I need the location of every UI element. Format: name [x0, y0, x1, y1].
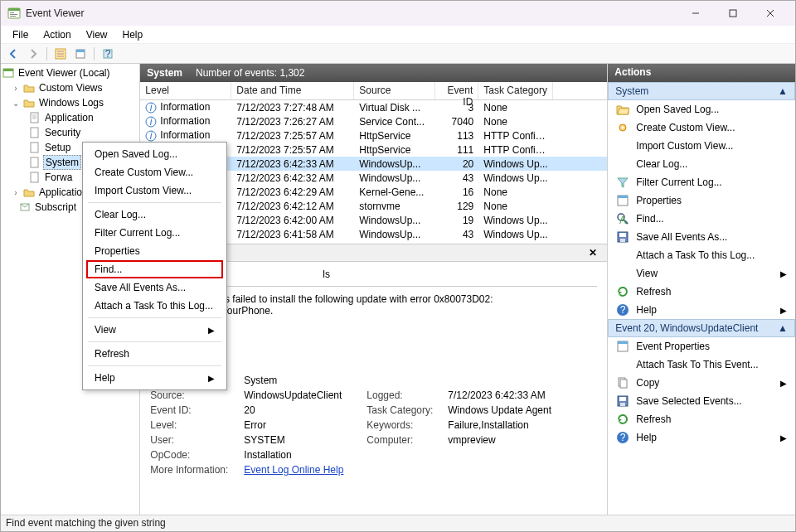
table-row[interactable]: iInformation7/12/2023 7:26:27 AMService …: [140, 114, 607, 128]
tree-windows-logs[interactable]: ⌄ Windows Logs: [1, 95, 139, 110]
folder-icon: [23, 82, 35, 94]
svg-rect-3: [10, 14, 17, 15]
menu-help[interactable]: Help: [116, 27, 150, 42]
close-button[interactable]: [751, 1, 789, 26]
events-header-bar: System Number of events: 1,302: [140, 64, 607, 82]
titlebar: Event Viewer: [1, 1, 795, 26]
menu-separator: [88, 317, 221, 318]
action-refresh[interactable]: Refresh: [608, 283, 795, 301]
action-event-properties[interactable]: Event Properties: [608, 337, 795, 355]
submenu-arrow-icon: ▶: [780, 306, 787, 315]
back-button[interactable]: [4, 46, 22, 62]
expand-icon[interactable]: ›: [11, 188, 21, 197]
context-item-open-saved-log[interactable]: Open Saved Log...: [83, 145, 226, 163]
action-clear-log[interactable]: Clear Log...: [608, 155, 795, 173]
action-refresh[interactable]: Refresh: [608, 410, 795, 428]
svg-rect-47: [620, 380, 627, 388]
action-create-custom-view[interactable]: Create Custom View...: [608, 118, 795, 137]
info-icon: i: [145, 116, 157, 128]
action-attach-a-task-to-this-log[interactable]: Attach a Task To this Log...: [608, 246, 795, 264]
submenu-arrow-icon: ▶: [780, 269, 787, 278]
context-item-save-all-events-as[interactable]: Save All Events As...: [83, 278, 226, 297]
svg-rect-45: [618, 341, 628, 344]
folder-icon: [23, 186, 35, 198]
action-open-saved-log[interactable]: Open Saved Log...: [608, 100, 795, 118]
svg-text:i: i: [150, 102, 153, 114]
event-viewer-icon: [2, 67, 14, 79]
col-taskcat[interactable]: Task Category: [478, 82, 553, 99]
help-icon: ?: [616, 431, 629, 444]
statusbar: Find event matching the given string: [1, 515, 795, 531]
toolbar-separator: [94, 47, 95, 60]
action-copy[interactable]: Copy▶: [608, 374, 795, 392]
event-count: Number of events: 1,302: [196, 67, 304, 79]
maximize-button[interactable]: [714, 1, 751, 26]
context-item-view[interactable]: View▶: [83, 321, 226, 339]
context-item-create-custom-view[interactable]: Create Custom View...: [83, 163, 226, 181]
collapse-icon[interactable]: ⌄: [11, 99, 21, 108]
menu-separator: [88, 365, 221, 366]
col-eventid[interactable]: Event ID: [435, 82, 478, 99]
action-filter-current-log[interactable]: Filter Current Log...: [608, 173, 795, 191]
context-item-properties[interactable]: Properties: [83, 242, 226, 260]
collapse-icon: ▲: [778, 85, 788, 97]
expand-icon[interactable]: ›: [11, 84, 21, 93]
show-tree-button[interactable]: [51, 46, 70, 62]
menu-view[interactable]: View: [80, 27, 114, 42]
col-date[interactable]: Date and Time: [231, 82, 354, 99]
event-log-help-link[interactable]: Event Log Online Help: [244, 464, 360, 476]
action-help[interactable]: ?Help▶: [608, 428, 795, 447]
context-item-refresh[interactable]: Refresh: [83, 345, 226, 363]
action-find[interactable]: AFind...: [608, 210, 795, 228]
forward-button[interactable]: [24, 46, 42, 62]
action-attach-task-to-this-event[interactable]: Attach Task To This Event...: [608, 355, 795, 374]
log-icon: [29, 112, 41, 123]
window-title: Event Viewer: [26, 7, 677, 19]
svg-rect-18: [31, 143, 38, 152]
svg-rect-2: [10, 12, 14, 13]
submenu-arrow-icon: ▶: [780, 379, 787, 388]
context-item-filter-current-log[interactable]: Filter Current Log...: [83, 224, 226, 242]
context-item-clear-log[interactable]: Clear Log...: [83, 206, 226, 224]
action-help[interactable]: ?Help▶: [608, 301, 795, 319]
svg-rect-50: [620, 403, 625, 406]
table-row[interactable]: iInformation7/12/2023 7:27:48 AMVirtual …: [140, 100, 607, 114]
tree-custom-views[interactable]: › Custom Views: [1, 80, 139, 95]
help-icon: ?: [616, 303, 629, 317]
info-icon: i: [145, 102, 157, 114]
filter-icon: [616, 176, 629, 189]
svg-text:?: ?: [620, 304, 626, 316]
submenu-arrow-icon: ▶: [208, 326, 215, 335]
action-import-custom-view[interactable]: Import Custom View...: [608, 137, 795, 155]
close-preview-button[interactable]: ✕: [585, 247, 600, 259]
props-icon: [616, 340, 629, 353]
action-properties[interactable]: Properties: [608, 191, 795, 210]
tree-log-application[interactable]: Application: [1, 110, 139, 125]
context-item-attach-a-task-to-this-log[interactable]: Attach a Task To this Log...: [83, 297, 226, 315]
menu-action[interactable]: Action: [36, 27, 77, 42]
context-item-help[interactable]: Help▶: [83, 369, 226, 387]
submenu-arrow-icon: ▶: [780, 433, 787, 443]
context-item-find[interactable]: Find...: [83, 260, 226, 278]
action-save-selected-events[interactable]: Save Selected Events...: [608, 392, 795, 410]
tree-log-security[interactable]: Security: [1, 125, 139, 140]
svg-rect-49: [619, 397, 626, 401]
col-source[interactable]: Source: [354, 82, 435, 99]
tree-root[interactable]: Event Viewer (Local): [1, 65, 139, 80]
submenu-arrow-icon: ▶: [208, 374, 215, 383]
help-button[interactable]: ?: [99, 46, 117, 62]
col-level[interactable]: Level: [140, 82, 231, 99]
table-row[interactable]: iInformation7/12/2023 7:25:57 AMHttpServ…: [140, 128, 607, 143]
menu-separator: [88, 202, 221, 203]
actions-section-event[interactable]: Event 20, WindowsUpdateClient▲: [608, 319, 795, 337]
action-view[interactable]: View▶: [608, 264, 795, 283]
window-controls: [677, 1, 789, 26]
properties-button[interactable]: [71, 46, 90, 62]
context-item-import-custom-view[interactable]: Import Custom View...: [83, 181, 226, 200]
minimize-button[interactable]: [677, 1, 714, 26]
folder-open-icon: [616, 103, 629, 116]
svg-text:i: i: [150, 116, 153, 128]
actions-section-system[interactable]: System▲: [608, 82, 795, 100]
action-save-all-events-as[interactable]: Save All Events As...: [608, 228, 795, 246]
menu-file[interactable]: File: [6, 27, 35, 42]
